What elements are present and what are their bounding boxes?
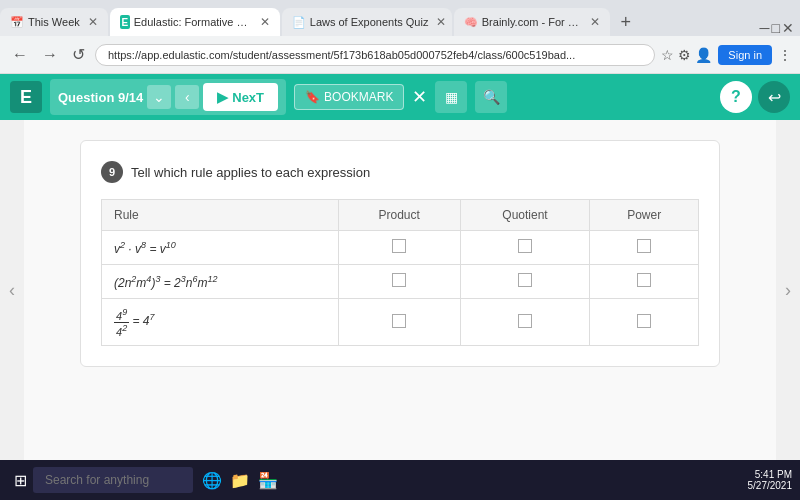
product-check-2[interactable] bbox=[338, 265, 460, 299]
sign-in-button[interactable]: Sign in bbox=[718, 45, 772, 65]
tab-close-btn[interactable]: ✕ bbox=[260, 15, 270, 29]
col-header-quotient: Quotient bbox=[460, 200, 590, 231]
tab-favicon: 🧠 bbox=[464, 16, 478, 29]
rule-expression-3: 4942 = 47 bbox=[102, 299, 339, 346]
table-row: 4942 = 47 bbox=[102, 299, 699, 346]
product-check-1[interactable] bbox=[338, 231, 460, 265]
url-bar[interactable] bbox=[95, 44, 655, 66]
table-row: (2n2m4)3 = 23n6m12 bbox=[102, 265, 699, 299]
bookmark-icon: 🔖 bbox=[305, 90, 320, 104]
menu-btn[interactable]: ⋮ bbox=[778, 47, 792, 63]
quotient-check-1[interactable] bbox=[460, 231, 590, 265]
help-button[interactable]: ? bbox=[720, 81, 752, 113]
taskbar: ⊞ 🌐 📁 🏪 5:41 PM 5/27/2021 bbox=[0, 460, 800, 500]
browser-window: 📅 This Week ✕ E Edulastic: Formative and… bbox=[0, 0, 800, 460]
main-content: ‹ 9 Tell which rule applies to each expr… bbox=[0, 120, 800, 460]
content-area: 9 Tell which rule applies to each expres… bbox=[24, 120, 776, 460]
question-navigation: Question 9/14 ⌄ ‹ ▶ NexT bbox=[50, 79, 286, 115]
taskbar-app-icon[interactable]: 🏪 bbox=[257, 469, 279, 491]
taskbar-app-icon[interactable]: 🌐 bbox=[201, 469, 223, 491]
quotient-check-2[interactable] bbox=[460, 265, 590, 299]
search-button[interactable]: 🔍 bbox=[475, 81, 507, 113]
power-check-1[interactable] bbox=[590, 231, 699, 265]
rule-expression-1: v2 · v8 = v10 bbox=[102, 231, 339, 265]
close-button[interactable]: ✕ bbox=[412, 86, 427, 108]
start-button[interactable]: ⊞ bbox=[8, 471, 33, 490]
tab-favicon: 📄 bbox=[292, 16, 306, 29]
power-check-3[interactable] bbox=[590, 299, 699, 346]
tab-favicon: 📅 bbox=[10, 16, 24, 29]
tab-brainly[interactable]: 🧠 Brainly.com - For students. By s... ✕ bbox=[454, 8, 610, 36]
table-row: v2 · v8 = v10 bbox=[102, 231, 699, 265]
bookmark-button[interactable]: 🔖 BOOKMARK bbox=[294, 84, 404, 110]
profile-btn[interactable]: 👤 bbox=[695, 47, 712, 63]
power-check-2[interactable] bbox=[590, 265, 699, 299]
extensions-btn[interactable]: ⚙ bbox=[678, 47, 691, 63]
rule-expression-2: (2n2m4)3 = 23n6m12 bbox=[102, 265, 339, 299]
tab-bar: 📅 This Week ✕ E Edulastic: Formative and… bbox=[0, 0, 800, 36]
address-bar: ← → ↺ ☆ ⚙ 👤 Sign in ⋮ bbox=[0, 36, 800, 74]
window-close-btn[interactable]: ✕ bbox=[782, 20, 794, 36]
system-time: 5:41 PM 5/27/2021 bbox=[748, 469, 793, 491]
rules-table: Rule Product Quotient Power v2 · v8 = v1… bbox=[101, 199, 699, 346]
back-nav-btn[interactable]: ← bbox=[8, 44, 32, 66]
calendar-button[interactable]: ▦ bbox=[435, 81, 467, 113]
reload-btn[interactable]: ↺ bbox=[68, 43, 89, 66]
minimize-btn[interactable]: ─ bbox=[760, 20, 770, 36]
col-header-product: Product bbox=[338, 200, 460, 231]
question-label: Question 9/14 bbox=[58, 90, 143, 105]
next-arrow[interactable]: › bbox=[776, 120, 800, 460]
tab-favicon: E bbox=[120, 15, 130, 29]
tab-close-btn[interactable]: ✕ bbox=[590, 15, 600, 29]
app-header: E Question 9/14 ⌄ ‹ ▶ NexT 🔖 BOOKMARK ✕ … bbox=[0, 74, 800, 120]
product-check-3[interactable] bbox=[338, 299, 460, 346]
tab-edulastic[interactable]: E Edulastic: Formative and Summ... ✕ bbox=[110, 8, 280, 36]
prev-question-btn[interactable]: ‹ bbox=[175, 85, 199, 109]
back-button[interactable]: ↩ bbox=[758, 81, 790, 113]
new-tab-button[interactable]: + bbox=[612, 8, 640, 36]
tab-this-week[interactable]: 📅 This Week ✕ bbox=[0, 8, 108, 36]
taskbar-system-tray: 5:41 PM 5/27/2021 bbox=[748, 469, 793, 491]
quotient-check-3[interactable] bbox=[460, 299, 590, 346]
header-right: ? ↩ bbox=[720, 81, 790, 113]
tab-exponents[interactable]: 📄 Laws of Exponents Quiz ✕ bbox=[282, 8, 452, 36]
next-icon: ▶ bbox=[217, 89, 228, 105]
question-card: 9 Tell which rule applies to each expres… bbox=[80, 140, 720, 367]
forward-nav-btn[interactable]: → bbox=[38, 44, 62, 66]
question-text: Tell which rule applies to each expressi… bbox=[131, 165, 370, 180]
question-number-badge: 9 bbox=[101, 161, 123, 183]
taskbar-search[interactable] bbox=[33, 467, 193, 493]
question-counter-btn[interactable]: ⌄ bbox=[147, 85, 171, 109]
taskbar-app-icon[interactable]: 📁 bbox=[229, 469, 251, 491]
prev-arrow[interactable]: ‹ bbox=[0, 120, 24, 460]
col-header-power: Power bbox=[590, 200, 699, 231]
tab-close-btn[interactable]: ✕ bbox=[88, 15, 98, 29]
maximize-btn[interactable]: □ bbox=[772, 20, 780, 36]
tab-close-btn[interactable]: ✕ bbox=[436, 15, 446, 29]
col-header-rule: Rule bbox=[102, 200, 339, 231]
taskbar-pinned-apps: 🌐 📁 🏪 bbox=[201, 469, 279, 491]
app-logo[interactable]: E bbox=[10, 81, 42, 113]
bookmark-star-btn[interactable]: ☆ bbox=[661, 47, 674, 63]
next-question-btn[interactable]: ▶ NexT bbox=[203, 83, 278, 111]
